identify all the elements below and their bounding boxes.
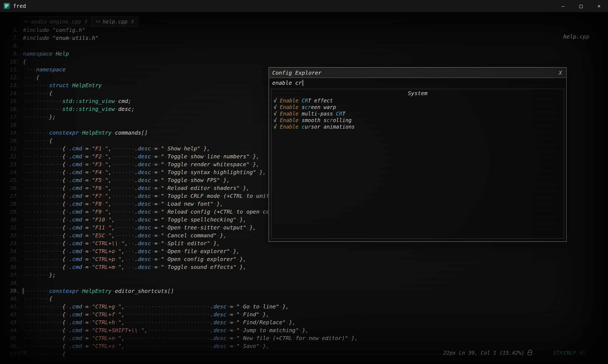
code-token: .cmd xyxy=(69,264,82,270)
whitespace-dots: · xyxy=(89,256,92,262)
whitespace-dots: · xyxy=(82,153,85,160)
code-token: " xyxy=(161,177,164,183)
code-token: = xyxy=(230,319,233,326)
line-number: 7. xyxy=(8,34,20,42)
code-token: " xyxy=(121,240,125,247)
close-button[interactable]: × xyxy=(590,0,608,12)
code-token: { xyxy=(62,153,66,160)
code-token: Save" xyxy=(243,343,259,349)
whitespace-dots: · xyxy=(82,224,85,231)
whitespace-dots: · xyxy=(151,145,154,152)
code-line[interactable]: 39.········constexpr·HelpEntry·editor_sh… xyxy=(8,287,358,295)
code-token: , xyxy=(121,248,125,254)
whitespace-dots: · xyxy=(240,319,243,326)
config-explorer-popup: Config Explorer X enable cr System √ Ena… xyxy=(269,67,567,242)
code-line[interactable]: 37.········}; xyxy=(8,271,358,279)
whitespace-dots: · xyxy=(279,303,282,310)
whitespace-dots: · xyxy=(66,248,69,254)
line-number: 10. xyxy=(8,58,20,66)
code-token: config xyxy=(184,256,203,262)
code-line[interactable]: 43.············{·.cmd·=·"CTRL+h·",······… xyxy=(8,318,358,326)
whitespace-dots: · xyxy=(151,193,154,199)
config-option[interactable]: √ Enable smooth scrolling xyxy=(274,117,564,123)
code-line[interactable]: 40.········{ xyxy=(8,295,358,303)
code-token: = xyxy=(230,343,233,349)
status-flag-stx[interactable]: STX xyxy=(553,350,562,356)
code-token: open xyxy=(246,208,259,215)
code-line[interactable]: 7.#include·"enum-utils.h" xyxy=(8,34,358,42)
code-line[interactable]: 36.············{·.cmd·=·"CTRL+m·",···.de… xyxy=(8,263,358,271)
code-line[interactable]: 6.#include·"config.h" xyxy=(8,26,358,34)
code-token: " xyxy=(161,193,164,199)
code-token: .desc xyxy=(134,145,151,152)
code-token: , xyxy=(108,193,112,199)
config-option[interactable]: √ Enable cursor animations xyxy=(274,123,564,130)
whitespace-dots: · xyxy=(181,201,184,207)
whitespace-dots: · xyxy=(233,343,236,349)
popup-close-icon[interactable]: X xyxy=(558,70,563,76)
code-token: { xyxy=(62,216,66,223)
whitespace-dots: · xyxy=(89,248,92,254)
whitespace-dots: · xyxy=(181,256,184,262)
code-line[interactable]: 9.namespace·Help xyxy=(8,50,358,58)
code-token: , xyxy=(108,169,112,175)
whitespace-dots: ·························· xyxy=(125,319,210,326)
whitespace-dots: · xyxy=(240,335,243,341)
code-line[interactable]: 41.············{·.cmd·=·"CTRL+g·",······… xyxy=(8,303,358,311)
code-token: , xyxy=(108,161,112,168)
whitespace-dots: · xyxy=(82,177,85,183)
status-flag-ws[interactable]: WS xyxy=(579,350,586,356)
maximize-button[interactable]: □ xyxy=(572,0,590,12)
whitespace-dots: · xyxy=(233,335,236,341)
whitespace-dots: · xyxy=(197,248,200,254)
whitespace-dots: · xyxy=(240,343,243,349)
code-token: = xyxy=(154,145,158,152)
code-token: { xyxy=(49,137,52,144)
whitespace-dots: · xyxy=(82,201,85,207)
whitespace-dots: ············ xyxy=(23,153,62,160)
code-token: command" xyxy=(190,232,217,239)
code-token: , xyxy=(112,232,115,239)
code-text: ············{·.cmd·=·"F4·",·······.desc·… xyxy=(23,168,266,176)
config-option[interactable]: √ Enable CRT effect xyxy=(274,97,564,104)
code-line[interactable]: 45.············{·.cmd·=·"CTRL+n·",······… xyxy=(8,334,358,342)
tab-help-cpp[interactable]: C+ help.cpp X xyxy=(92,16,138,27)
code-line[interactable]: 10.{ xyxy=(8,58,358,66)
tab-close-icon[interactable]: X xyxy=(131,19,134,24)
code-token: HelpEntry xyxy=(82,288,112,294)
code-line[interactable]: 38. xyxy=(8,279,358,287)
code-line[interactable]: 44.············{·.cmd·=·"CTRL+SHIFT+\\·"… xyxy=(8,326,358,334)
tab-audio-engine-cpp[interactable]: C+ audio-engine.cpp X xyxy=(20,16,91,27)
code-token: "F4 xyxy=(92,169,102,175)
code-token: = xyxy=(85,216,89,223)
whitespace-dots: ············ xyxy=(23,319,62,326)
whitespace-dots: · xyxy=(236,264,240,270)
whitespace-dots: · xyxy=(151,153,154,160)
code-token: "F1 xyxy=(92,145,102,152)
minimize-button[interactable]: – xyxy=(554,0,572,12)
tab-close-icon[interactable]: X xyxy=(85,19,87,24)
code-token: }, xyxy=(263,311,269,318)
code-line[interactable]: 42.············{·.cmd·=·"CTRL+f·",······… xyxy=(8,311,358,318)
code-token: { xyxy=(62,185,66,191)
whitespace-dots: · xyxy=(187,169,190,175)
code-token: .cmd xyxy=(69,161,82,168)
code-token: matching" xyxy=(269,327,299,333)
code-line[interactable]: 34.············{·.cmd·=·"CTRL+o·",···.de… xyxy=(8,247,358,255)
code-token: .cmd xyxy=(69,335,82,341)
status-flag-crlf[interactable]: CRLF xyxy=(564,350,576,356)
code-token: CRLF xyxy=(190,193,203,199)
code-line[interactable]: 8. xyxy=(8,42,358,50)
whitespace-dots: · xyxy=(66,335,69,341)
option-text: Enable xyxy=(280,111,299,117)
whitespace-dots: · xyxy=(151,201,154,207)
config-option[interactable]: √ Enable screen warp xyxy=(274,104,564,110)
whitespace-dots: · xyxy=(158,161,161,168)
code-line[interactable]: 46.············{·.cmd·=·"CTRL+s·",······… xyxy=(8,342,358,350)
code-token: = xyxy=(85,256,89,262)
code-token: = xyxy=(154,232,158,239)
whitespace-dots: · xyxy=(207,264,210,270)
config-search-input[interactable]: enable cr xyxy=(269,78,566,88)
config-option[interactable]: √ Enable multi-pass CRT xyxy=(274,110,564,117)
code-line[interactable]: 35.············{·.cmd·=·"CTRL+p·",···.de… xyxy=(8,255,358,263)
